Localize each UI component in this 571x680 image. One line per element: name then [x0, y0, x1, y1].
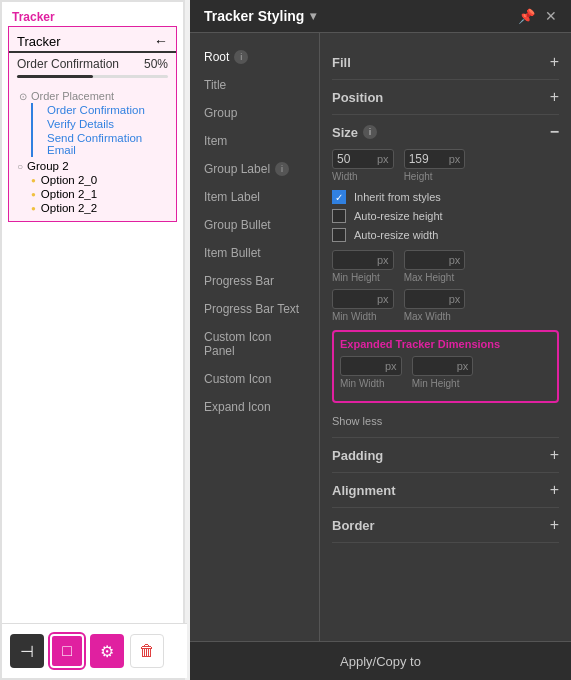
- nav-label-expand-icon: Expand Icon: [204, 400, 271, 414]
- item-verify-details[interactable]: Verify Details: [47, 118, 114, 130]
- max-width-label: Max Width: [404, 311, 466, 322]
- close-button[interactable]: ✕: [545, 8, 557, 24]
- group1-icon: ⊙: [19, 91, 27, 102]
- size-minus-icon[interactable]: −: [550, 123, 559, 141]
- group2-title: ○ Group 2: [9, 157, 176, 173]
- min-height-input-row: px: [332, 250, 394, 270]
- gear-button[interactable]: ⚙: [90, 634, 124, 668]
- nav-item-group-bullet[interactable]: Group Bullet: [190, 211, 319, 239]
- exp-min-height-input[interactable]: [417, 359, 457, 373]
- minmax-section: px Min Height px Max Height: [332, 250, 559, 322]
- open-button[interactable]: □: [50, 634, 84, 668]
- list-item[interactable]: Send Confirmation Email: [39, 131, 176, 157]
- apply-copy-button[interactable]: Apply/Copy to: [340, 654, 421, 669]
- list-item[interactable]: Order Confirmation: [39, 103, 176, 117]
- nav-item-custom-icon-panel[interactable]: Custom Icon Panel: [190, 323, 319, 365]
- min-height-unit: px: [377, 254, 389, 266]
- border-section: Border +: [332, 508, 559, 543]
- item-order-confirmation[interactable]: Order Confirmation: [47, 104, 145, 116]
- nav-item-root[interactable]: Root i: [190, 43, 319, 71]
- border-plus-icon[interactable]: +: [550, 516, 559, 534]
- height-unit: px: [449, 153, 461, 165]
- right-panel-header: Tracker Styling ▾ 📌 ✕: [190, 0, 571, 33]
- header-icons: 📌 ✕: [518, 8, 557, 24]
- padding-section: Padding +: [332, 438, 559, 473]
- tracker-back-arrow[interactable]: ←: [154, 33, 168, 49]
- expanded-fields-row: px Min Width px Min Height: [340, 356, 551, 389]
- max-height-input-row: px: [404, 250, 466, 270]
- list-item[interactable]: ● Option 2_0: [9, 173, 176, 187]
- nav-item-expand-icon[interactable]: Expand Icon: [190, 393, 319, 421]
- list-item[interactable]: Verify Details: [39, 117, 176, 131]
- tracker-progress-bar: [17, 75, 168, 78]
- tree-container: ⊙ Order Placement Order Confirmation Ver…: [9, 84, 176, 219]
- inherit-styles-row: ✓ Inherit from styles: [332, 190, 559, 204]
- nav-label-group: Group: [204, 106, 237, 120]
- tracker-header: Tracker ←: [9, 31, 176, 53]
- show-less-link[interactable]: Show less: [332, 415, 382, 427]
- nav-item-progress-bar[interactable]: Progress Bar: [190, 267, 319, 295]
- height-label: Height: [404, 171, 466, 182]
- nav-item-item-bullet[interactable]: Item Bullet: [190, 239, 319, 267]
- size-label: Size i: [332, 125, 377, 140]
- left-panel: Tracker Tracker ← Order Confirmation 50%…: [0, 0, 185, 680]
- pin-icon: 📌: [518, 8, 535, 24]
- max-height-input[interactable]: [409, 253, 449, 267]
- close-icon: ✕: [545, 8, 557, 24]
- right-nav: Root i Title Group Item Group Label i It…: [190, 33, 320, 641]
- min-width-input[interactable]: [337, 292, 377, 306]
- tracker-progress-text: 50%: [144, 57, 168, 71]
- nav-item-progress-bar-text[interactable]: Progress Bar Text: [190, 295, 319, 323]
- position-plus-icon[interactable]: +: [550, 88, 559, 106]
- width-input[interactable]: [337, 152, 377, 166]
- exp-min-width-group: px Min Width: [340, 356, 402, 389]
- item-send-email[interactable]: Send Confirmation Email: [47, 132, 168, 156]
- minwidth-maxwidth-row: px Min Width px Max Width: [332, 289, 559, 322]
- nav-item-group[interactable]: Group: [190, 99, 319, 127]
- panel-title-group: Tracker Styling ▾: [204, 8, 316, 24]
- title-chevron-icon[interactable]: ▾: [310, 9, 316, 23]
- tracker-subrow-label: Order Confirmation: [17, 57, 119, 71]
- nav-label-title: Title: [204, 78, 226, 92]
- inherit-styles-checkbox[interactable]: ✓: [332, 190, 346, 204]
- padding-plus-icon[interactable]: +: [550, 446, 559, 464]
- max-width-group: px Max Width: [404, 289, 466, 322]
- alignment-label: Alignment: [332, 483, 396, 498]
- max-width-input[interactable]: [409, 292, 449, 306]
- width-label: Width: [332, 171, 394, 182]
- size-info-icon: i: [363, 125, 377, 139]
- min-height-input[interactable]: [337, 253, 377, 267]
- nav-item-title[interactable]: Title: [190, 71, 319, 99]
- auto-resize-height-label: Auto-resize height: [354, 210, 443, 222]
- exp-min-height-unit: px: [457, 360, 469, 372]
- nav-item-group-label[interactable]: Group Label i: [190, 155, 319, 183]
- position-label: Position: [332, 90, 383, 105]
- auto-resize-width-checkbox[interactable]: [332, 228, 346, 242]
- bracket-button[interactable]: ⊣: [10, 634, 44, 668]
- root-info-icon: i: [234, 50, 248, 64]
- exp-min-width-input[interactable]: [345, 359, 385, 373]
- min-width-unit: px: [377, 293, 389, 305]
- trash-button[interactable]: 🗑: [130, 634, 164, 668]
- height-input[interactable]: [409, 152, 449, 166]
- auto-resize-height-checkbox[interactable]: [332, 209, 346, 223]
- list-item[interactable]: ● Option 2_1: [9, 187, 176, 201]
- group2-children: ● Option 2_0 ● Option 2_1 ● Option 2_2: [9, 173, 176, 215]
- nav-item-item-label[interactable]: Item Label: [190, 183, 319, 211]
- width-field-group: px Width: [332, 149, 394, 182]
- inherit-styles-label: Inherit from styles: [354, 191, 441, 203]
- nav-item-custom-icon[interactable]: Custom Icon: [190, 365, 319, 393]
- size-fields: px Width px Height: [332, 149, 559, 182]
- bottom-bar: Apply/Copy to: [190, 641, 571, 680]
- height-field-group: px Height: [404, 149, 466, 182]
- nav-label-item-label: Item Label: [204, 190, 260, 204]
- max-width-unit: px: [449, 293, 461, 305]
- tracker-label: Tracker: [2, 2, 183, 26]
- nav-label-progress-bar: Progress Bar: [204, 274, 274, 288]
- fill-plus-icon[interactable]: +: [550, 53, 559, 71]
- pin-button[interactable]: 📌: [518, 8, 535, 24]
- nav-item-item[interactable]: Item: [190, 127, 319, 155]
- width-input-row: px: [332, 149, 394, 169]
- list-item[interactable]: ● Option 2_2: [9, 201, 176, 215]
- alignment-plus-icon[interactable]: +: [550, 481, 559, 499]
